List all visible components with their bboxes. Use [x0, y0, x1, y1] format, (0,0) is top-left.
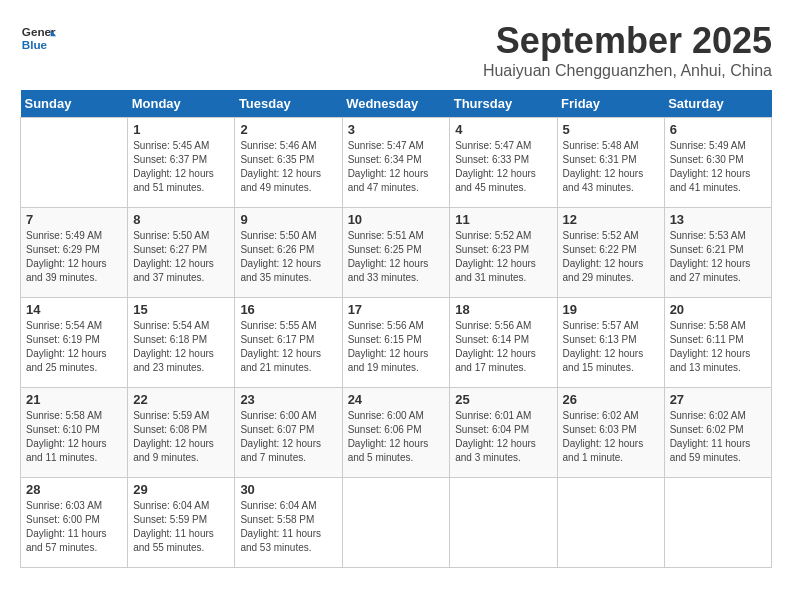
- day-number: 15: [133, 302, 229, 317]
- day-number: 17: [348, 302, 445, 317]
- month-title: September 2025: [483, 20, 772, 62]
- day-info: Sunrise: 5:49 AM Sunset: 6:29 PM Dayligh…: [26, 229, 122, 285]
- calendar-cell: [557, 478, 664, 568]
- calendar-cell: 13Sunrise: 5:53 AM Sunset: 6:21 PM Dayli…: [664, 208, 771, 298]
- calendar-cell: 9Sunrise: 5:50 AM Sunset: 6:26 PM Daylig…: [235, 208, 342, 298]
- day-info: Sunrise: 5:58 AM Sunset: 6:11 PM Dayligh…: [670, 319, 766, 375]
- day-number: 25: [455, 392, 551, 407]
- day-info: Sunrise: 5:46 AM Sunset: 6:35 PM Dayligh…: [240, 139, 336, 195]
- calendar-cell: 12Sunrise: 5:52 AM Sunset: 6:22 PM Dayli…: [557, 208, 664, 298]
- week-row-5: 28Sunrise: 6:03 AM Sunset: 6:00 PM Dayli…: [21, 478, 772, 568]
- day-info: Sunrise: 5:54 AM Sunset: 6:18 PM Dayligh…: [133, 319, 229, 375]
- day-number: 5: [563, 122, 659, 137]
- calendar-cell: 25Sunrise: 6:01 AM Sunset: 6:04 PM Dayli…: [450, 388, 557, 478]
- col-header-saturday: Saturday: [664, 90, 771, 118]
- calendar-cell: [342, 478, 450, 568]
- day-info: Sunrise: 6:02 AM Sunset: 6:03 PM Dayligh…: [563, 409, 659, 465]
- col-header-friday: Friday: [557, 90, 664, 118]
- calendar-cell: 19Sunrise: 5:57 AM Sunset: 6:13 PM Dayli…: [557, 298, 664, 388]
- svg-text:Blue: Blue: [22, 38, 48, 51]
- week-row-4: 21Sunrise: 5:58 AM Sunset: 6:10 PM Dayli…: [21, 388, 772, 478]
- day-info: Sunrise: 5:56 AM Sunset: 6:14 PM Dayligh…: [455, 319, 551, 375]
- calendar-cell: 22Sunrise: 5:59 AM Sunset: 6:08 PM Dayli…: [128, 388, 235, 478]
- day-info: Sunrise: 6:00 AM Sunset: 6:06 PM Dayligh…: [348, 409, 445, 465]
- day-number: 7: [26, 212, 122, 227]
- day-info: Sunrise: 5:50 AM Sunset: 6:27 PM Dayligh…: [133, 229, 229, 285]
- day-info: Sunrise: 5:52 AM Sunset: 6:22 PM Dayligh…: [563, 229, 659, 285]
- calendar-cell: 24Sunrise: 6:00 AM Sunset: 6:06 PM Dayli…: [342, 388, 450, 478]
- title-block: September 2025 Huaiyuan Chengguanzhen, A…: [483, 20, 772, 80]
- day-number: 18: [455, 302, 551, 317]
- col-header-monday: Monday: [128, 90, 235, 118]
- day-info: Sunrise: 5:51 AM Sunset: 6:25 PM Dayligh…: [348, 229, 445, 285]
- calendar-cell: 7Sunrise: 5:49 AM Sunset: 6:29 PM Daylig…: [21, 208, 128, 298]
- calendar-cell: 16Sunrise: 5:55 AM Sunset: 6:17 PM Dayli…: [235, 298, 342, 388]
- day-info: Sunrise: 5:49 AM Sunset: 6:30 PM Dayligh…: [670, 139, 766, 195]
- calendar-cell: [21, 118, 128, 208]
- calendar-header-row: SundayMondayTuesdayWednesdayThursdayFrid…: [21, 90, 772, 118]
- day-info: Sunrise: 6:04 AM Sunset: 5:59 PM Dayligh…: [133, 499, 229, 555]
- col-header-wednesday: Wednesday: [342, 90, 450, 118]
- calendar-cell: [450, 478, 557, 568]
- day-number: 4: [455, 122, 551, 137]
- day-info: Sunrise: 5:53 AM Sunset: 6:21 PM Dayligh…: [670, 229, 766, 285]
- calendar-cell: 29Sunrise: 6:04 AM Sunset: 5:59 PM Dayli…: [128, 478, 235, 568]
- calendar-cell: 15Sunrise: 5:54 AM Sunset: 6:18 PM Dayli…: [128, 298, 235, 388]
- calendar-cell: 11Sunrise: 5:52 AM Sunset: 6:23 PM Dayli…: [450, 208, 557, 298]
- calendar-cell: 6Sunrise: 5:49 AM Sunset: 6:30 PM Daylig…: [664, 118, 771, 208]
- calendar-cell: [664, 478, 771, 568]
- calendar-cell: 4Sunrise: 5:47 AM Sunset: 6:33 PM Daylig…: [450, 118, 557, 208]
- page-header: General Blue September 2025 Huaiyuan Che…: [20, 20, 772, 80]
- day-number: 13: [670, 212, 766, 227]
- day-number: 16: [240, 302, 336, 317]
- calendar-cell: 20Sunrise: 5:58 AM Sunset: 6:11 PM Dayli…: [664, 298, 771, 388]
- col-header-tuesday: Tuesday: [235, 90, 342, 118]
- calendar-cell: 26Sunrise: 6:02 AM Sunset: 6:03 PM Dayli…: [557, 388, 664, 478]
- calendar-cell: 28Sunrise: 6:03 AM Sunset: 6:00 PM Dayli…: [21, 478, 128, 568]
- calendar-cell: 27Sunrise: 6:02 AM Sunset: 6:02 PM Dayli…: [664, 388, 771, 478]
- calendar-cell: 8Sunrise: 5:50 AM Sunset: 6:27 PM Daylig…: [128, 208, 235, 298]
- day-number: 19: [563, 302, 659, 317]
- day-number: 14: [26, 302, 122, 317]
- day-info: Sunrise: 5:57 AM Sunset: 6:13 PM Dayligh…: [563, 319, 659, 375]
- day-info: Sunrise: 5:58 AM Sunset: 6:10 PM Dayligh…: [26, 409, 122, 465]
- day-number: 9: [240, 212, 336, 227]
- calendar-cell: 30Sunrise: 6:04 AM Sunset: 5:58 PM Dayli…: [235, 478, 342, 568]
- week-row-3: 14Sunrise: 5:54 AM Sunset: 6:19 PM Dayli…: [21, 298, 772, 388]
- day-number: 28: [26, 482, 122, 497]
- week-row-2: 7Sunrise: 5:49 AM Sunset: 6:29 PM Daylig…: [21, 208, 772, 298]
- logo: General Blue: [20, 20, 56, 56]
- day-number: 12: [563, 212, 659, 227]
- logo-icon: General Blue: [20, 20, 56, 56]
- calendar-cell: 2Sunrise: 5:46 AM Sunset: 6:35 PM Daylig…: [235, 118, 342, 208]
- day-info: Sunrise: 5:52 AM Sunset: 6:23 PM Dayligh…: [455, 229, 551, 285]
- calendar-cell: 23Sunrise: 6:00 AM Sunset: 6:07 PM Dayli…: [235, 388, 342, 478]
- day-number: 2: [240, 122, 336, 137]
- calendar-cell: 21Sunrise: 5:58 AM Sunset: 6:10 PM Dayli…: [21, 388, 128, 478]
- day-info: Sunrise: 5:56 AM Sunset: 6:15 PM Dayligh…: [348, 319, 445, 375]
- day-number: 8: [133, 212, 229, 227]
- calendar-cell: 1Sunrise: 5:45 AM Sunset: 6:37 PM Daylig…: [128, 118, 235, 208]
- day-number: 6: [670, 122, 766, 137]
- day-info: Sunrise: 5:59 AM Sunset: 6:08 PM Dayligh…: [133, 409, 229, 465]
- day-info: Sunrise: 6:02 AM Sunset: 6:02 PM Dayligh…: [670, 409, 766, 465]
- calendar-body: 1Sunrise: 5:45 AM Sunset: 6:37 PM Daylig…: [21, 118, 772, 568]
- day-number: 11: [455, 212, 551, 227]
- day-info: Sunrise: 5:47 AM Sunset: 6:33 PM Dayligh…: [455, 139, 551, 195]
- day-number: 27: [670, 392, 766, 407]
- day-info: Sunrise: 6:03 AM Sunset: 6:00 PM Dayligh…: [26, 499, 122, 555]
- calendar-cell: 14Sunrise: 5:54 AM Sunset: 6:19 PM Dayli…: [21, 298, 128, 388]
- day-number: 10: [348, 212, 445, 227]
- day-info: Sunrise: 5:45 AM Sunset: 6:37 PM Dayligh…: [133, 139, 229, 195]
- day-number: 30: [240, 482, 336, 497]
- day-info: Sunrise: 5:55 AM Sunset: 6:17 PM Dayligh…: [240, 319, 336, 375]
- calendar-cell: 17Sunrise: 5:56 AM Sunset: 6:15 PM Dayli…: [342, 298, 450, 388]
- calendar-cell: 5Sunrise: 5:48 AM Sunset: 6:31 PM Daylig…: [557, 118, 664, 208]
- day-number: 20: [670, 302, 766, 317]
- day-number: 23: [240, 392, 336, 407]
- day-info: Sunrise: 6:04 AM Sunset: 5:58 PM Dayligh…: [240, 499, 336, 555]
- calendar-cell: 18Sunrise: 5:56 AM Sunset: 6:14 PM Dayli…: [450, 298, 557, 388]
- calendar-table: SundayMondayTuesdayWednesdayThursdayFrid…: [20, 90, 772, 568]
- day-number: 3: [348, 122, 445, 137]
- calendar-cell: 3Sunrise: 5:47 AM Sunset: 6:34 PM Daylig…: [342, 118, 450, 208]
